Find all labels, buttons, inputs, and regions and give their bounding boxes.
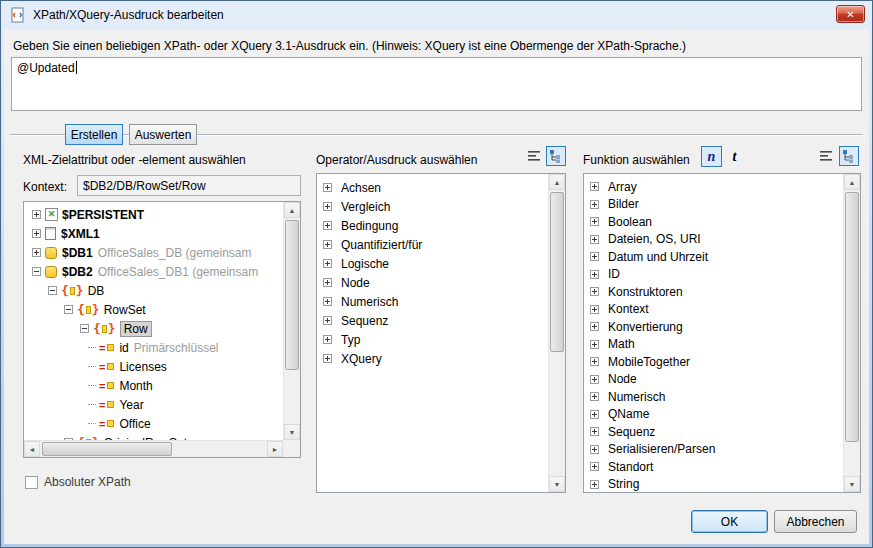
close-button[interactable]: ✕ [836, 5, 865, 23]
tree-item-xml1[interactable]: $XML1 [24, 224, 283, 243]
expand-icon[interactable] [323, 316, 332, 325]
expand-icon[interactable] [590, 200, 599, 209]
list-item[interactable]: MobileTogether [590, 353, 843, 371]
collapse-icon[interactable] [48, 286, 57, 295]
list-item[interactable]: Standort [590, 458, 843, 476]
tree-item-originalrowset[interactable]: {} OriginalRowSet [24, 433, 283, 440]
operator-scrollbar[interactable]: ▲ ▼ [548, 174, 565, 492]
expand-icon[interactable] [590, 305, 599, 314]
fn-n-button[interactable]: n [701, 146, 722, 167]
expand-icon[interactable] [590, 252, 599, 261]
list-item[interactable]: Boolean [590, 213, 843, 231]
list-item[interactable]: Sequenz [323, 311, 548, 330]
tree-item-month[interactable]: = Month [24, 376, 283, 395]
list-item[interactable]: Node [323, 273, 548, 292]
list-item[interactable]: XQuery [323, 349, 548, 368]
scroll-up-icon[interactable]: ▲ [549, 174, 565, 190]
scroll-up-icon[interactable]: ▲ [284, 202, 300, 218]
expand-icon[interactable] [323, 240, 332, 249]
list-item[interactable]: Konstruktoren [590, 283, 843, 301]
fn-t-button[interactable]: t [724, 146, 745, 167]
expand-icon[interactable] [590, 410, 599, 419]
expand-icon[interactable] [590, 357, 599, 366]
expand-icon[interactable] [590, 270, 599, 279]
tree-item-persistent[interactable]: $PERSISTENT [24, 205, 283, 224]
scroll-down-icon[interactable]: ▼ [549, 476, 565, 492]
scroll-up-icon[interactable]: ▲ [844, 174, 860, 190]
expand-icon[interactable] [323, 335, 332, 344]
list-item[interactable]: Dateien, OS, URI [590, 231, 843, 249]
scroll-left-icon[interactable]: ◄ [24, 441, 40, 457]
list-item[interactable]: Numerisch [590, 388, 843, 406]
expand-icon[interactable] [590, 462, 599, 471]
collapse-icon[interactable] [80, 324, 89, 333]
expand-icon[interactable] [323, 202, 332, 211]
ok-button[interactable]: OK [691, 510, 768, 533]
list-item[interactable]: QName [590, 406, 843, 424]
expand-icon[interactable] [32, 229, 41, 238]
cancel-button[interactable]: Abbrechen [774, 510, 857, 533]
fn-flat-view-button[interactable] [816, 146, 836, 166]
tree-item-db2[interactable]: $DB2 OfficeSales_DB1 (gemeinsam [24, 262, 283, 281]
list-item[interactable]: Quantifiziert/für [323, 235, 548, 254]
expand-icon[interactable] [323, 221, 332, 230]
list-item[interactable]: String [590, 476, 843, 493]
tree-item-office[interactable]: = Office [24, 414, 283, 433]
list-item[interactable]: Typ [323, 330, 548, 349]
tree-item-licenses[interactable]: = Licenses [24, 357, 283, 376]
tree-vertical-scrollbar[interactable]: ▲ ▼ [283, 202, 300, 440]
list-item[interactable]: Datum und Uhrzeit [590, 248, 843, 266]
expression-input[interactable]: @Updated [11, 57, 862, 111]
op-flat-view-button[interactable] [524, 146, 544, 166]
list-item[interactable]: Kontext [590, 301, 843, 319]
fn-hierarchical-view-button[interactable] [839, 146, 859, 166]
list-item[interactable]: Logische [323, 254, 548, 273]
collapse-icon[interactable] [32, 267, 41, 276]
tree-item-db1[interactable]: $DB1 OfficeSales_DB (gemeinsam [24, 243, 283, 262]
list-item[interactable]: Konvertierung [590, 318, 843, 336]
list-item[interactable]: Vergleich [323, 197, 548, 216]
tree-item-db[interactable]: {} DB [24, 281, 283, 300]
expand-icon[interactable] [590, 217, 599, 226]
tree-horizontal-scrollbar[interactable]: ◄ ► [24, 440, 283, 457]
expand-icon[interactable] [590, 392, 599, 401]
scroll-down-icon[interactable]: ▼ [284, 424, 300, 440]
tree-item-row[interactable]: {} Row [24, 319, 283, 338]
expand-icon[interactable] [323, 259, 332, 268]
tree-item-id[interactable]: = id Primärschlüssel [24, 338, 283, 357]
list-item[interactable]: Sequenz [590, 423, 843, 441]
tree-hscroll-thumb[interactable] [42, 442, 172, 456]
expand-icon[interactable] [323, 278, 332, 287]
list-item[interactable]: ID [590, 266, 843, 284]
op-hierarchical-view-button[interactable] [546, 146, 566, 166]
expand-icon[interactable] [590, 480, 599, 489]
tree-vscroll-thumb[interactable] [285, 220, 299, 370]
function-scrollbar[interactable]: ▲ ▼ [843, 174, 860, 492]
list-item[interactable]: Node [590, 371, 843, 389]
collapse-icon[interactable] [64, 305, 73, 314]
list-item[interactable]: Bedingung [323, 216, 548, 235]
checkbox-absolute-xpath[interactable] [25, 476, 38, 489]
tree-item-rowset[interactable]: {} RowSet [24, 300, 283, 319]
expand-icon[interactable] [590, 340, 599, 349]
expand-icon[interactable] [590, 375, 599, 384]
list-item[interactable]: Math [590, 336, 843, 354]
list-item[interactable]: Array [590, 178, 843, 196]
operator-scroll-thumb[interactable] [550, 192, 564, 352]
scroll-right-icon[interactable]: ► [267, 441, 283, 457]
expand-icon[interactable] [32, 248, 41, 257]
expand-icon[interactable] [590, 182, 599, 191]
expand-icon[interactable] [590, 427, 599, 436]
expand-icon[interactable] [590, 235, 599, 244]
tree-item-year[interactable]: = Year [24, 395, 283, 414]
tab-erstellen[interactable]: Erstellen [65, 124, 123, 145]
scroll-down-icon[interactable]: ▼ [844, 476, 860, 492]
expand-icon[interactable] [323, 183, 332, 192]
expand-icon[interactable] [590, 287, 599, 296]
list-item[interactable]: Serialisieren/Parsen [590, 441, 843, 459]
list-item[interactable]: Numerisch [323, 292, 548, 311]
list-item[interactable]: Achsen [323, 178, 548, 197]
expand-icon[interactable] [590, 445, 599, 454]
expand-icon[interactable] [323, 297, 332, 306]
expand-icon[interactable] [32, 210, 41, 219]
